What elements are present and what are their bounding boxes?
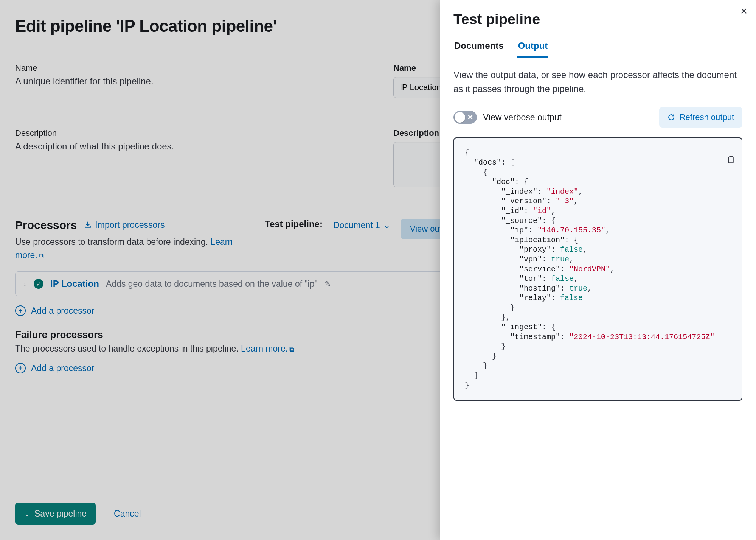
flyout-title: Test pipeline xyxy=(453,11,742,28)
tab-documents[interactable]: Documents xyxy=(453,40,505,58)
flyout-tabs: Documents Output xyxy=(453,40,742,58)
close-icon: ✕ xyxy=(740,6,748,16)
tab-output[interactable]: Output xyxy=(517,40,549,58)
test-pipeline-flyout: ✕ Test pipeline Documents Output View th… xyxy=(440,0,756,540)
verbose-output-toggle[interactable]: ✕ xyxy=(453,111,477,124)
refresh-output-button[interactable]: Refresh output xyxy=(659,107,742,128)
toggle-knob xyxy=(455,112,465,123)
copy-code-button[interactable] xyxy=(713,144,735,174)
output-code-block: { "docs": [ { "doc": { "_index": "index"… xyxy=(453,137,742,401)
svg-rect-0 xyxy=(729,157,733,163)
close-button[interactable]: ✕ xyxy=(740,7,748,16)
clipboard-icon xyxy=(727,156,735,164)
output-controls: ✕ View verbose output Refresh output xyxy=(453,107,742,128)
refresh-icon xyxy=(668,114,675,121)
verbose-output-label: View verbose output xyxy=(483,112,562,123)
toggle-off-icon: ✕ xyxy=(467,113,473,121)
flyout-description: View the output data, or see how each pr… xyxy=(453,68,742,96)
